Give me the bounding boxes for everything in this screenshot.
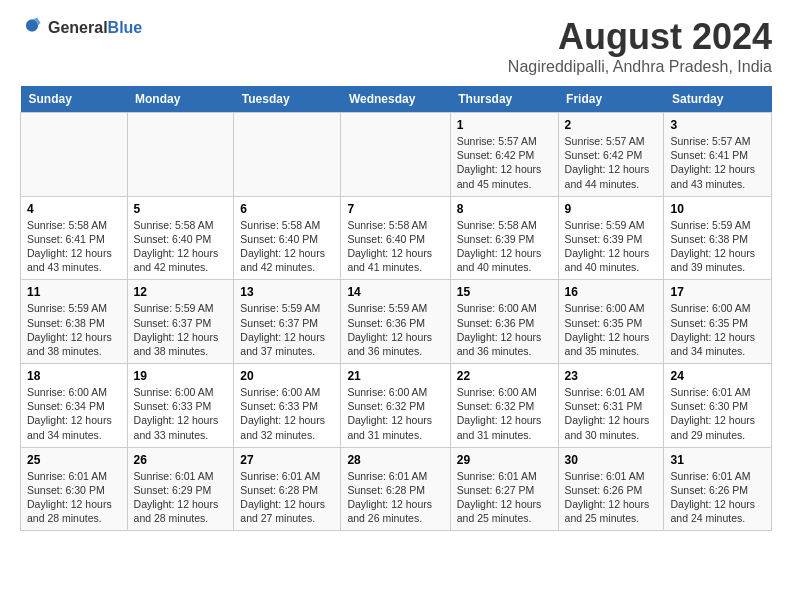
day-number: 11 [27,285,121,299]
day-cell: 4Sunrise: 5:58 AM Sunset: 6:41 PM Daylig… [21,196,128,280]
day-cell: 10Sunrise: 5:59 AM Sunset: 6:38 PM Dayli… [664,196,772,280]
day-cell: 13Sunrise: 5:59 AM Sunset: 6:37 PM Dayli… [234,280,341,364]
day-info: Sunrise: 6:01 AM Sunset: 6:27 PM Dayligh… [457,469,552,526]
day-info: Sunrise: 6:00 AM Sunset: 6:32 PM Dayligh… [347,385,443,442]
day-info: Sunrise: 5:59 AM Sunset: 6:37 PM Dayligh… [240,301,334,358]
day-cell: 1Sunrise: 5:57 AM Sunset: 6:42 PM Daylig… [450,113,558,197]
day-cell: 2Sunrise: 5:57 AM Sunset: 6:42 PM Daylig… [558,113,664,197]
day-info: Sunrise: 6:00 AM Sunset: 6:34 PM Dayligh… [27,385,121,442]
day-info: Sunrise: 6:01 AM Sunset: 6:26 PM Dayligh… [565,469,658,526]
day-cell: 20Sunrise: 6:00 AM Sunset: 6:33 PM Dayli… [234,364,341,448]
header-cell-saturday: Saturday [664,86,772,113]
day-cell: 5Sunrise: 5:58 AM Sunset: 6:40 PM Daylig… [127,196,234,280]
day-number: 25 [27,453,121,467]
day-info: Sunrise: 6:00 AM Sunset: 6:36 PM Dayligh… [457,301,552,358]
day-number: 13 [240,285,334,299]
day-info: Sunrise: 5:58 AM Sunset: 6:40 PM Dayligh… [347,218,443,275]
day-number: 9 [565,202,658,216]
day-cell: 31Sunrise: 6:01 AM Sunset: 6:26 PM Dayli… [664,447,772,531]
day-number: 16 [565,285,658,299]
main-title: August 2024 [508,16,772,58]
day-info: Sunrise: 6:01 AM Sunset: 6:28 PM Dayligh… [347,469,443,526]
day-cell: 17Sunrise: 6:00 AM Sunset: 6:35 PM Dayli… [664,280,772,364]
week-row-3: 11Sunrise: 5:59 AM Sunset: 6:38 PM Dayli… [21,280,772,364]
day-info: Sunrise: 6:00 AM Sunset: 6:35 PM Dayligh… [565,301,658,358]
title-area: August 2024 Nagireddipalli, Andhra Prade… [508,16,772,76]
calendar-table: SundayMondayTuesdayWednesdayThursdayFrid… [20,86,772,531]
day-info: Sunrise: 5:58 AM Sunset: 6:40 PM Dayligh… [240,218,334,275]
header-cell-sunday: Sunday [21,86,128,113]
day-cell: 6Sunrise: 5:58 AM Sunset: 6:40 PM Daylig… [234,196,341,280]
day-cell: 11Sunrise: 5:59 AM Sunset: 6:38 PM Dayli… [21,280,128,364]
day-info: Sunrise: 6:00 AM Sunset: 6:33 PM Dayligh… [240,385,334,442]
day-info: Sunrise: 5:59 AM Sunset: 6:39 PM Dayligh… [565,218,658,275]
day-number: 24 [670,369,765,383]
day-number: 27 [240,453,334,467]
week-row-4: 18Sunrise: 6:00 AM Sunset: 6:34 PM Dayli… [21,364,772,448]
day-info: Sunrise: 5:58 AM Sunset: 6:41 PM Dayligh… [27,218,121,275]
day-number: 6 [240,202,334,216]
day-cell: 25Sunrise: 6:01 AM Sunset: 6:30 PM Dayli… [21,447,128,531]
week-row-1: 1Sunrise: 5:57 AM Sunset: 6:42 PM Daylig… [21,113,772,197]
day-cell: 8Sunrise: 5:58 AM Sunset: 6:39 PM Daylig… [450,196,558,280]
day-number: 17 [670,285,765,299]
day-number: 28 [347,453,443,467]
day-number: 23 [565,369,658,383]
header-cell-friday: Friday [558,86,664,113]
day-number: 10 [670,202,765,216]
day-cell: 9Sunrise: 5:59 AM Sunset: 6:39 PM Daylig… [558,196,664,280]
header-cell-tuesday: Tuesday [234,86,341,113]
calendar-body: 1Sunrise: 5:57 AM Sunset: 6:42 PM Daylig… [21,113,772,531]
day-cell [21,113,128,197]
header-cell-thursday: Thursday [450,86,558,113]
day-info: Sunrise: 6:00 AM Sunset: 6:35 PM Dayligh… [670,301,765,358]
day-info: Sunrise: 6:01 AM Sunset: 6:30 PM Dayligh… [670,385,765,442]
header-cell-monday: Monday [127,86,234,113]
day-number: 29 [457,453,552,467]
day-number: 3 [670,118,765,132]
day-number: 15 [457,285,552,299]
day-number: 4 [27,202,121,216]
day-number: 19 [134,369,228,383]
logo: GeneralBlue [20,16,142,40]
day-number: 22 [457,369,552,383]
day-number: 1 [457,118,552,132]
day-number: 5 [134,202,228,216]
header: GeneralBlue August 2024 Nagireddipalli, … [20,16,772,76]
day-info: Sunrise: 5:58 AM Sunset: 6:40 PM Dayligh… [134,218,228,275]
header-cell-wednesday: Wednesday [341,86,450,113]
day-cell [234,113,341,197]
day-info: Sunrise: 5:57 AM Sunset: 6:42 PM Dayligh… [565,134,658,191]
day-info: Sunrise: 5:59 AM Sunset: 6:37 PM Dayligh… [134,301,228,358]
day-number: 7 [347,202,443,216]
logo-text-general: General [48,19,108,36]
week-row-5: 25Sunrise: 6:01 AM Sunset: 6:30 PM Dayli… [21,447,772,531]
day-cell: 24Sunrise: 6:01 AM Sunset: 6:30 PM Dayli… [664,364,772,448]
calendar-header: SundayMondayTuesdayWednesdayThursdayFrid… [21,86,772,113]
day-cell: 26Sunrise: 6:01 AM Sunset: 6:29 PM Dayli… [127,447,234,531]
day-cell: 7Sunrise: 5:58 AM Sunset: 6:40 PM Daylig… [341,196,450,280]
day-cell: 29Sunrise: 6:01 AM Sunset: 6:27 PM Dayli… [450,447,558,531]
day-info: Sunrise: 5:57 AM Sunset: 6:41 PM Dayligh… [670,134,765,191]
day-cell: 22Sunrise: 6:00 AM Sunset: 6:32 PM Dayli… [450,364,558,448]
day-number: 14 [347,285,443,299]
header-row: SundayMondayTuesdayWednesdayThursdayFrid… [21,86,772,113]
day-info: Sunrise: 6:01 AM Sunset: 6:29 PM Dayligh… [134,469,228,526]
day-info: Sunrise: 5:57 AM Sunset: 6:42 PM Dayligh… [457,134,552,191]
day-number: 12 [134,285,228,299]
week-row-2: 4Sunrise: 5:58 AM Sunset: 6:41 PM Daylig… [21,196,772,280]
day-cell: 19Sunrise: 6:00 AM Sunset: 6:33 PM Dayli… [127,364,234,448]
day-info: Sunrise: 6:01 AM Sunset: 6:30 PM Dayligh… [27,469,121,526]
subtitle: Nagireddipalli, Andhra Pradesh, India [508,58,772,76]
day-cell: 16Sunrise: 6:00 AM Sunset: 6:35 PM Dayli… [558,280,664,364]
day-info: Sunrise: 5:59 AM Sunset: 6:38 PM Dayligh… [670,218,765,275]
day-number: 31 [670,453,765,467]
day-cell: 15Sunrise: 6:00 AM Sunset: 6:36 PM Dayli… [450,280,558,364]
day-cell: 30Sunrise: 6:01 AM Sunset: 6:26 PM Dayli… [558,447,664,531]
day-info: Sunrise: 6:00 AM Sunset: 6:32 PM Dayligh… [457,385,552,442]
day-cell: 12Sunrise: 5:59 AM Sunset: 6:37 PM Dayli… [127,280,234,364]
logo-text-blue: Blue [108,19,143,36]
day-cell: 14Sunrise: 5:59 AM Sunset: 6:36 PM Dayli… [341,280,450,364]
day-cell: 3Sunrise: 5:57 AM Sunset: 6:41 PM Daylig… [664,113,772,197]
day-info: Sunrise: 6:01 AM Sunset: 6:26 PM Dayligh… [670,469,765,526]
